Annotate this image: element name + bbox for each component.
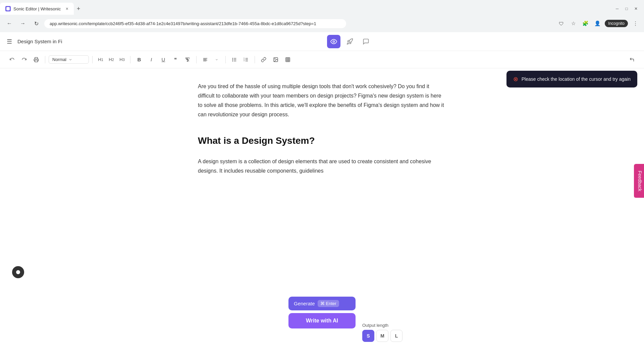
body-paragraph[interactable]: A design system is a collection of desig…	[198, 157, 446, 176]
hamburger-menu[interactable]: ☰	[7, 38, 12, 45]
undo-button[interactable]	[7, 54, 17, 65]
align-dropdown-button[interactable]	[211, 54, 222, 65]
address-bar-right: 🛡 ☆ 🧩 👤 Incognito ⋮	[556, 19, 640, 28]
image-button[interactable]	[270, 54, 281, 65]
bold-button[interactable]: B	[134, 54, 145, 65]
length-m-button[interactable]: M	[376, 330, 388, 342]
divider-3	[130, 56, 130, 63]
underline-button[interactable]: U	[158, 54, 169, 65]
clear-format-button[interactable]	[182, 54, 193, 65]
content-area: Are you tired of the hassle of using mul…	[191, 82, 453, 176]
chat-button[interactable]	[359, 35, 373, 48]
generate-shortcut: ⌘ Enter	[318, 300, 339, 307]
reload-button[interactable]: ↻	[31, 18, 42, 29]
print-button[interactable]	[31, 54, 42, 65]
format-dropdown[interactable]: Normal	[49, 55, 89, 64]
app: ☰ Design System in Fi	[0, 32, 644, 362]
back-button[interactable]: ←	[4, 18, 15, 29]
table-button[interactable]	[282, 54, 293, 65]
divider-4	[196, 56, 197, 63]
unordered-list-button[interactable]	[229, 54, 240, 65]
divider-6	[255, 56, 255, 63]
redo-button[interactable]	[19, 54, 30, 65]
generate-button-row[interactable]: Generate ⌘ Enter	[288, 297, 356, 310]
toolbar-right	[627, 54, 637, 65]
eye-button[interactable]	[327, 35, 340, 48]
generate-popup: Generate ⌘ Enter Write with AI	[288, 297, 356, 328]
window-controls: ─ □ ✕	[609, 5, 644, 13]
tab-bar: Sonic Editor | Writesonic × + ─ □ ✕	[0, 0, 644, 15]
error-message: Please check the location of the cursor …	[522, 76, 631, 82]
enter-label: Enter	[326, 301, 336, 306]
forward-button[interactable]: →	[17, 18, 28, 29]
svg-text:3: 3	[244, 60, 245, 62]
back-to-template-button[interactable]	[627, 54, 637, 65]
close-button[interactable]: ✕	[632, 5, 640, 13]
list-group: 123	[229, 54, 251, 65]
header-center	[327, 35, 373, 48]
intro-paragraph[interactable]: Are you tired of the hassle of using mul…	[198, 82, 446, 119]
new-tab-button[interactable]: +	[74, 4, 83, 13]
tab-title: Sonic Editor | Writesonic	[13, 6, 61, 11]
output-length-label: Output length	[362, 323, 439, 328]
doc-title[interactable]: Design System in Fi	[17, 39, 62, 44]
ordered-list-button[interactable]: 123	[240, 54, 251, 65]
cmd-symbol: ⌘	[320, 301, 325, 306]
output-length-buttons: S M L	[362, 330, 439, 342]
editor-content[interactable]: Are you tired of the hassle of using mul…	[0, 68, 644, 362]
rocket-button[interactable]	[343, 35, 357, 48]
align-left-button[interactable]	[200, 54, 211, 65]
generate-label: Generate	[294, 301, 315, 306]
address-input[interactable]	[44, 19, 346, 28]
address-bar: ← → ↻ 🛡 ☆ 🧩 👤 Incognito ⋮	[0, 15, 644, 32]
divider-1	[45, 56, 45, 63]
italic-button[interactable]: I	[146, 54, 157, 65]
svg-rect-1	[35, 60, 38, 62]
feedback-tab[interactable]: Feedback	[634, 164, 644, 198]
editor-toolbar: Normal H1 H2 H3 B I U ❝	[0, 51, 644, 68]
more-options-icon[interactable]: ⋮	[631, 19, 640, 28]
tab-close-button[interactable]: ×	[66, 6, 68, 11]
svg-point-0	[333, 41, 334, 42]
write-with-ai-button[interactable]: Write with AI	[288, 313, 356, 328]
minimize-button[interactable]: ─	[613, 5, 621, 13]
app-header: ☰ Design System in Fi	[0, 32, 644, 51]
profile-icon[interactable]: 👤	[593, 19, 602, 28]
link-button[interactable]	[258, 54, 269, 65]
svg-point-14	[232, 59, 233, 60]
browser-chrome: Sonic Editor | Writesonic × + ─ □ ✕ ← → …	[0, 0, 644, 32]
length-s-button[interactable]: S	[362, 330, 374, 342]
star-icon[interactable]: ☆	[569, 19, 578, 28]
svg-rect-24	[286, 58, 290, 62]
extensions-icon[interactable]: 🧩	[581, 19, 590, 28]
svg-point-15	[232, 61, 233, 61]
active-tab[interactable]: Sonic Editor | Writesonic ×	[0, 3, 74, 15]
divider-2	[92, 56, 93, 63]
h1-button[interactable]: H1	[96, 55, 105, 64]
section-heading[interactable]: What is a Design System?	[198, 135, 446, 146]
maximize-button[interactable]: □	[623, 5, 631, 13]
h2-button[interactable]: H2	[107, 55, 116, 64]
h3-button[interactable]: H3	[117, 55, 127, 64]
handle-inner	[16, 270, 20, 274]
format-label: Normal	[52, 57, 66, 62]
quote-button[interactable]: ❝	[170, 54, 181, 65]
error-icon: ⊗	[513, 75, 518, 83]
svg-point-23	[275, 58, 275, 59]
svg-point-13	[232, 58, 233, 58]
output-length-panel: Output length S M L	[362, 323, 439, 342]
tab-favicon	[5, 6, 11, 11]
error-toast: ⊗ Please check the location of the curso…	[506, 71, 637, 87]
incognito-badge: Incognito	[605, 20, 628, 27]
shield-icon[interactable]: 🛡	[556, 19, 566, 28]
divider-5	[225, 56, 226, 63]
align-group	[200, 54, 222, 65]
length-l-button[interactable]: L	[390, 330, 402, 342]
left-handle[interactable]	[12, 266, 24, 278]
